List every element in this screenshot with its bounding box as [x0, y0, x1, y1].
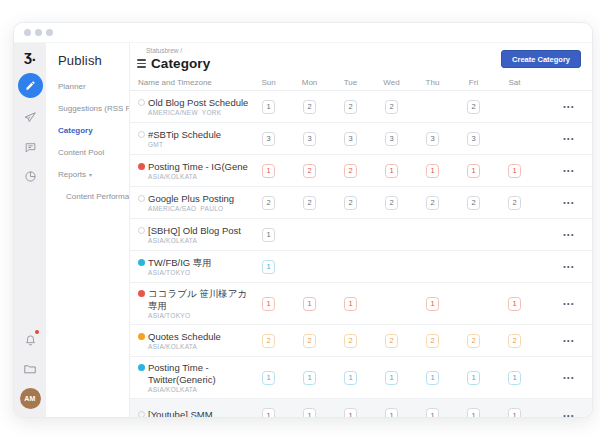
row-actions-button[interactable]: •••	[535, 300, 592, 307]
slot-count-badge[interactable]: 1	[385, 164, 398, 178]
sidebar-item-reports[interactable]: Reports▾	[58, 170, 129, 179]
column-header-sat[interactable]: Sat	[494, 78, 535, 87]
sidebar-item-planner[interactable]: Planner	[58, 82, 129, 91]
slot-count-badge[interactable]: 2	[262, 196, 275, 210]
slot-count-badge[interactable]: 1	[262, 100, 275, 114]
table-row[interactable]: [SBHQ] Old Blog PostASIA/KOLKATA1•••	[130, 219, 592, 251]
table-row[interactable]: TW/FB/IG 専用ASIA/TOKYO1•••	[130, 251, 592, 283]
row-actions-button[interactable]: •••	[535, 199, 592, 206]
slot-count-badge[interactable]: 1	[262, 297, 275, 311]
slot-count-badge[interactable]: 2	[303, 196, 316, 210]
slot-count-badge[interactable]: 2	[467, 334, 480, 348]
folder-icon[interactable]	[21, 360, 39, 378]
table-row[interactable]: Google Plus PostingAMERICA/SAO_PAULO2222…	[130, 187, 592, 219]
slot-count-badge[interactable]: 1	[508, 408, 521, 418]
slot-count-badge[interactable]: 1	[344, 297, 357, 311]
slot-count-badge[interactable]: 1	[385, 371, 398, 385]
slot-count-badge[interactable]: 2	[344, 164, 357, 178]
table-row[interactable]: Posting Time -Twitter(Generic)ASIA/KOLKA…	[130, 357, 592, 399]
slot-count-badge[interactable]: 1	[262, 228, 275, 242]
slot-count-badge[interactable]: 1	[426, 297, 439, 311]
avatar[interactable]: AM	[20, 388, 41, 409]
sidebar-item-category[interactable]: Category	[58, 126, 129, 135]
slot-count-badge[interactable]: 2	[303, 164, 316, 178]
table-row[interactable]: ココラブル 笹川様アカウント専用ASIA/TOKYO11111•••	[130, 283, 592, 325]
create-category-button[interactable]: Create Category	[501, 50, 581, 68]
slot-count-badge[interactable]: 1	[344, 371, 357, 385]
slot-count-badge[interactable]: 1	[262, 371, 275, 385]
table-row[interactable]: Quotes ScheduleASIA/KOLKATA2222222•••	[130, 325, 592, 357]
slot-count-badge[interactable]: 3	[303, 132, 316, 146]
bell-icon[interactable]	[21, 331, 39, 349]
window-dot-icon[interactable]	[24, 29, 31, 36]
menu-icon[interactable]	[137, 59, 146, 68]
slot-count-badge[interactable]: 1	[508, 297, 521, 311]
slot-count-badge[interactable]: 3	[426, 132, 439, 146]
sidebar-item-suggestions-rss-feeds[interactable]: Suggestions (RSS Feeds)	[58, 104, 129, 113]
slot-count-badge[interactable]: 1	[385, 408, 398, 418]
slot-count-badge[interactable]: 2	[385, 100, 398, 114]
column-header-fri[interactable]: Fri	[453, 78, 494, 87]
row-actions-button[interactable]: •••	[535, 374, 592, 381]
slot-count-badge[interactable]: 3	[262, 132, 275, 146]
table-row[interactable]: [Youtube] SMM1111111•••	[130, 399, 592, 418]
slot-count-badge[interactable]: 3	[467, 132, 480, 146]
row-actions-button[interactable]: •••	[535, 412, 592, 419]
row-actions-button[interactable]: •••	[535, 135, 592, 142]
slot-count-badge[interactable]: 2	[303, 334, 316, 348]
slot-count-badge[interactable]: 2	[344, 196, 357, 210]
column-header-sun[interactable]: Sun	[248, 78, 289, 87]
row-actions-button[interactable]: •••	[535, 231, 592, 238]
slot-count-badge[interactable]: 2	[385, 196, 398, 210]
slot-count-badge[interactable]: 2	[467, 100, 480, 114]
slot-count-badge[interactable]: 2	[344, 100, 357, 114]
chat-icon[interactable]	[21, 138, 39, 156]
slot-count-badge[interactable]: 2	[467, 196, 480, 210]
slot-count-badge[interactable]: 1	[508, 164, 521, 178]
slot-count-badge[interactable]: 2	[385, 334, 398, 348]
slot-count-badge[interactable]: 2	[426, 334, 439, 348]
slot-count-badge[interactable]: 1	[303, 408, 316, 418]
row-actions-button[interactable]: •••	[535, 103, 592, 110]
statusbrew-logo-icon[interactable]: ʒ.	[24, 48, 36, 63]
row-actions-button[interactable]: •••	[535, 263, 592, 270]
slot-count-badge[interactable]: 1	[508, 371, 521, 385]
slot-count-badge[interactable]: 1	[262, 260, 275, 274]
slot-count-badge[interactable]: 1	[344, 408, 357, 418]
slot-count-badge[interactable]: 1	[303, 371, 316, 385]
breadcrumb[interactable]: Statusbrew /	[146, 47, 182, 54]
column-header-mon[interactable]: Mon	[289, 78, 330, 87]
slot-count-badge[interactable]: 2	[426, 196, 439, 210]
table-row[interactable]: #SBTip ScheduleGMT333333•••	[130, 123, 592, 155]
slot-count-badge[interactable]: 3	[344, 132, 357, 146]
slot-count-badge[interactable]: 1	[262, 408, 275, 418]
slot-count-badge[interactable]: 1	[303, 297, 316, 311]
table-row[interactable]: Old Blog Post ScheduleAMERICA/NEW_YORK12…	[130, 91, 592, 123]
slot-count-badge[interactable]: 3	[385, 132, 398, 146]
compose-pencil-icon[interactable]	[18, 73, 43, 98]
window-dot-icon[interactable]	[35, 29, 42, 36]
sidebar-item-content-pool[interactable]: Content Pool	[58, 148, 129, 157]
slot-count-badge[interactable]: 1	[426, 371, 439, 385]
slot-count-badge[interactable]: 1	[467, 371, 480, 385]
slot-count-badge[interactable]: 1	[426, 164, 439, 178]
slot-count-badge[interactable]: 1	[426, 408, 439, 418]
window-dot-icon[interactable]	[46, 29, 53, 36]
sidebar-item-content-performance[interactable]: Content Performance	[58, 192, 129, 201]
slot-count-badge[interactable]: 2	[508, 334, 521, 348]
column-header-tue[interactable]: Tue	[330, 78, 371, 87]
paper-plane-icon[interactable]	[21, 109, 39, 127]
slot-count-badge[interactable]: 2	[508, 196, 521, 210]
row-actions-button[interactable]: •••	[535, 337, 592, 344]
slot-count-badge[interactable]: 1	[467, 164, 480, 178]
pie-chart-icon[interactable]	[21, 167, 39, 185]
slot-count-badge[interactable]: 2	[344, 334, 357, 348]
table-row[interactable]: Posting Time - IG(Generic)ASIA/KOLKATA12…	[130, 155, 592, 187]
column-header-wed[interactable]: Wed	[371, 78, 412, 87]
column-header-name-and-timezone[interactable]: Name and Timezone	[138, 78, 248, 87]
slot-count-badge[interactable]: 1	[262, 164, 275, 178]
slot-count-badge[interactable]: 2	[262, 334, 275, 348]
slot-count-badge[interactable]: 1	[467, 408, 480, 418]
row-actions-button[interactable]: •••	[535, 167, 592, 174]
column-header-thu[interactable]: Thu	[412, 78, 453, 87]
